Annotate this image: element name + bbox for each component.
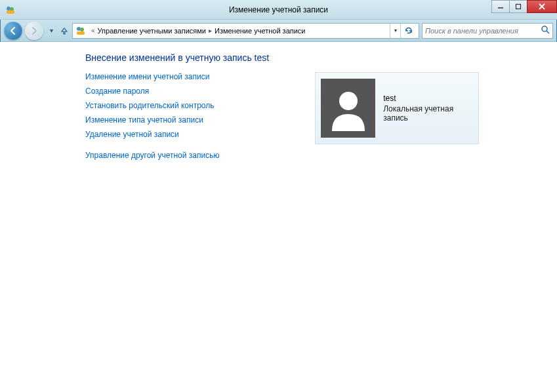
svg-rect-2 [7, 10, 14, 14]
svg-point-7 [77, 27, 81, 31]
search-box[interactable] [422, 23, 553, 39]
recent-locations-dropdown[interactable]: ▾ [46, 24, 56, 37]
search-input[interactable] [425, 27, 541, 35]
action-links: Изменение имени учетной записи Создание … [85, 72, 308, 165]
page-heading: Внесение изменений в учетную запись test [85, 52, 479, 63]
svg-rect-9 [77, 31, 85, 35]
app-icon [5, 5, 16, 15]
title-bar: Изменение учетной записи [0, 0, 557, 20]
search-icon[interactable] [541, 25, 550, 36]
account-name: test [383, 94, 473, 103]
nav-bar: ▾ « Управление учетными записями ▸ Измен… [0, 20, 557, 42]
breadcrumb-seg-1[interactable]: Управление учетными записями [98, 27, 206, 35]
link-delete-account[interactable]: Удаление учетной записи [85, 130, 308, 139]
link-change-type[interactable]: Изменение типа учетной записи [85, 115, 308, 125]
account-info: test Локальная учетная запись [383, 94, 473, 123]
svg-point-0 [7, 7, 10, 10]
content-area: Внесение изменений в учетную запись test… [0, 42, 557, 392]
link-manage-other[interactable]: Управление другой учетной записью [85, 151, 308, 160]
breadcrumb-seg-2[interactable]: Изменение учетной записи [215, 27, 306, 35]
close-button[interactable] [527, 0, 557, 13]
svg-point-12 [339, 92, 358, 110]
forward-button[interactable] [25, 22, 43, 40]
back-button[interactable] [4, 22, 22, 40]
link-parental-control[interactable]: Установить родительский контроль [85, 101, 308, 110]
minimize-button[interactable] [491, 0, 510, 13]
breadcrumb-icon [75, 26, 86, 36]
svg-point-10 [542, 26, 547, 31]
svg-point-8 [80, 28, 84, 31]
chevron-right-icon: ▸ [209, 27, 212, 34]
window-controls [492, 0, 557, 13]
account-type: Локальная учетная запись [383, 104, 473, 123]
breadcrumb[interactable]: « Управление учетными записями ▸ Изменен… [72, 23, 419, 39]
refresh-button[interactable] [400, 24, 416, 38]
account-card: test Локальная учетная запись [315, 72, 479, 144]
breadcrumb-prefix: « [91, 27, 95, 34]
avatar [321, 79, 375, 138]
svg-rect-4 [516, 4, 521, 9]
breadcrumb-dropdown[interactable]: ▾ [390, 24, 400, 38]
link-create-password[interactable]: Создание пароля [85, 87, 308, 96]
up-button[interactable] [59, 24, 70, 37]
maximize-button[interactable] [509, 0, 527, 13]
svg-line-11 [547, 31, 549, 33]
window-title: Изменение учетной записи [0, 5, 557, 14]
link-change-name[interactable]: Изменение имени учетной записи [85, 72, 308, 81]
